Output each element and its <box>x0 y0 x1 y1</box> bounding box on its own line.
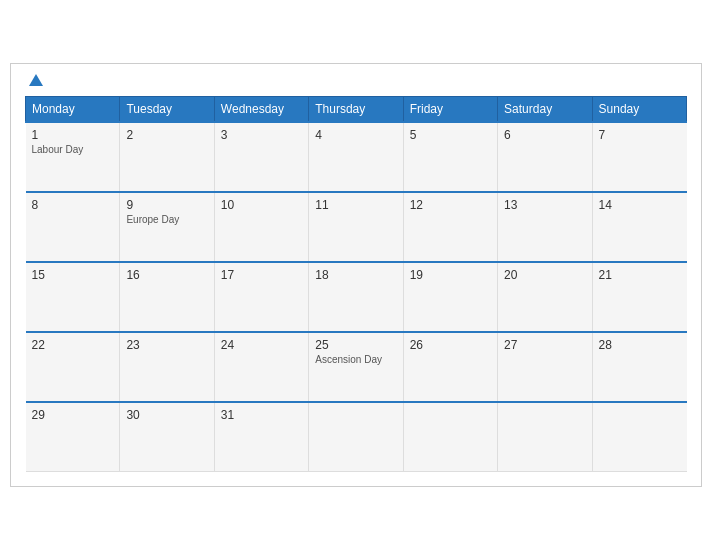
weekday-header: Wednesday <box>214 96 308 122</box>
calendar-header <box>25 74 687 86</box>
day-number: 15 <box>32 268 114 282</box>
day-number: 29 <box>32 408 114 422</box>
calendar-week-row: 293031 <box>26 402 687 472</box>
calendar-day-cell: 2 <box>120 122 214 192</box>
calendar-day-cell: 17 <box>214 262 308 332</box>
weekday-header: Thursday <box>309 96 403 122</box>
calendar-day-cell: 22 <box>26 332 120 402</box>
logo-general <box>25 74 43 86</box>
weekday-header: Monday <box>26 96 120 122</box>
calendar-day-cell: 23 <box>120 332 214 402</box>
calendar-day-cell: 30 <box>120 402 214 472</box>
day-number: 5 <box>410 128 491 142</box>
day-number: 18 <box>315 268 396 282</box>
day-number: 2 <box>126 128 207 142</box>
calendar-day-cell: 21 <box>592 262 686 332</box>
calendar-day-cell: 12 <box>403 192 497 262</box>
calendar-day-cell: 10 <box>214 192 308 262</box>
holiday-label: Europe Day <box>126 214 207 225</box>
day-number: 30 <box>126 408 207 422</box>
calendar-day-cell: 29 <box>26 402 120 472</box>
day-number: 12 <box>410 198 491 212</box>
calendar-day-cell: 7 <box>592 122 686 192</box>
calendar-day-cell <box>309 402 403 472</box>
day-number: 17 <box>221 268 302 282</box>
day-number: 25 <box>315 338 396 352</box>
calendar-week-row: 22232425Ascension Day262728 <box>26 332 687 402</box>
day-number: 6 <box>504 128 585 142</box>
calendar-day-cell <box>498 402 592 472</box>
day-number: 28 <box>599 338 681 352</box>
calendar-day-cell: 25Ascension Day <box>309 332 403 402</box>
day-number: 10 <box>221 198 302 212</box>
calendar-day-cell: 15 <box>26 262 120 332</box>
calendar-day-cell: 4 <box>309 122 403 192</box>
calendar-day-cell: 1Labour Day <box>26 122 120 192</box>
calendar-container: MondayTuesdayWednesdayThursdayFridaySatu… <box>10 63 702 488</box>
day-number: 21 <box>599 268 681 282</box>
calendar-day-cell: 3 <box>214 122 308 192</box>
weekday-header: Sunday <box>592 96 686 122</box>
calendar-tbody: 1Labour Day23456789Europe Day10111213141… <box>26 122 687 472</box>
day-number: 9 <box>126 198 207 212</box>
calendar-grid: MondayTuesdayWednesdayThursdayFridaySatu… <box>25 96 687 473</box>
day-number: 24 <box>221 338 302 352</box>
calendar-day-cell: 14 <box>592 192 686 262</box>
calendar-day-cell: 16 <box>120 262 214 332</box>
logo-triangle-icon <box>29 74 43 86</box>
calendar-week-row: 15161718192021 <box>26 262 687 332</box>
day-number: 19 <box>410 268 491 282</box>
calendar-day-cell: 27 <box>498 332 592 402</box>
day-number: 23 <box>126 338 207 352</box>
weekday-header-row: MondayTuesdayWednesdayThursdayFridaySatu… <box>26 96 687 122</box>
day-number: 7 <box>599 128 681 142</box>
day-number: 3 <box>221 128 302 142</box>
day-number: 31 <box>221 408 302 422</box>
weekday-header: Saturday <box>498 96 592 122</box>
day-number: 13 <box>504 198 585 212</box>
day-number: 20 <box>504 268 585 282</box>
calendar-day-cell: 24 <box>214 332 308 402</box>
calendar-day-cell: 13 <box>498 192 592 262</box>
holiday-label: Ascension Day <box>315 354 396 365</box>
weekday-header: Friday <box>403 96 497 122</box>
day-number: 14 <box>599 198 681 212</box>
day-number: 16 <box>126 268 207 282</box>
calendar-week-row: 89Europe Day1011121314 <box>26 192 687 262</box>
calendar-day-cell: 9Europe Day <box>120 192 214 262</box>
day-number: 22 <box>32 338 114 352</box>
day-number: 11 <box>315 198 396 212</box>
day-number: 27 <box>504 338 585 352</box>
calendar-day-cell: 8 <box>26 192 120 262</box>
calendar-day-cell: 26 <box>403 332 497 402</box>
day-number: 26 <box>410 338 491 352</box>
calendar-day-cell: 19 <box>403 262 497 332</box>
day-number: 4 <box>315 128 396 142</box>
logo <box>25 74 43 86</box>
calendar-day-cell: 5 <box>403 122 497 192</box>
calendar-day-cell: 11 <box>309 192 403 262</box>
calendar-week-row: 1Labour Day234567 <box>26 122 687 192</box>
calendar-day-cell <box>592 402 686 472</box>
calendar-thead: MondayTuesdayWednesdayThursdayFridaySatu… <box>26 96 687 122</box>
calendar-day-cell: 20 <box>498 262 592 332</box>
calendar-day-cell <box>403 402 497 472</box>
weekday-header: Tuesday <box>120 96 214 122</box>
calendar-day-cell: 6 <box>498 122 592 192</box>
calendar-day-cell: 28 <box>592 332 686 402</box>
calendar-day-cell: 31 <box>214 402 308 472</box>
day-number: 8 <box>32 198 114 212</box>
day-number: 1 <box>32 128 114 142</box>
calendar-day-cell: 18 <box>309 262 403 332</box>
holiday-label: Labour Day <box>32 144 114 155</box>
